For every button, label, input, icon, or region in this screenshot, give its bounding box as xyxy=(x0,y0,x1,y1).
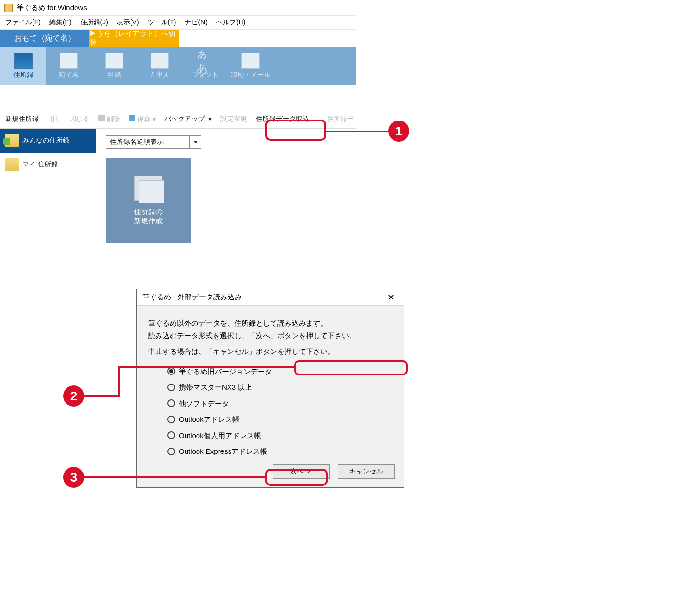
app-title: 筆ぐるめ for Windows xyxy=(17,3,87,12)
floppy-icon xyxy=(129,115,135,121)
paper-icon xyxy=(105,53,123,69)
dialog-text: 中止する場合は、「キャンセル」ボタンを押して下さい。 xyxy=(148,345,392,358)
spacer xyxy=(0,85,356,110)
radio-label: Outlook個人用アドレス帳 xyxy=(179,429,261,442)
dialog-text: 読み込むデータ形式を選択し、「次へ」ボタンを押して下さい。 xyxy=(148,330,392,342)
marker-2: 2 xyxy=(63,385,84,407)
ribbon-label: 宛て名 xyxy=(59,71,79,79)
new-addressbook-button[interactable]: 新規住所録 xyxy=(5,115,39,123)
ribbon-label: 住所録 xyxy=(13,71,33,79)
app-window: 筆ぐるめ for Windows ファイル(F) 編集(E) 住所録(J) 表示… xyxy=(0,0,356,269)
radio-other-software[interactable]: 他ソフトデータ xyxy=(167,397,392,410)
ribbon-label: 用 紙 xyxy=(107,71,122,79)
secondary-toolbar: 新規住所録 開く 閉じる 削除 保存 ▾ バックアップ ▾ 設定変更 住所録デー… xyxy=(0,110,356,129)
ribbon-paper[interactable]: 用 紙 xyxy=(91,47,137,85)
document-stack-icon xyxy=(134,176,162,201)
callout-2-line-v xyxy=(118,366,120,395)
import-button[interactable]: 住所録データ取込 xyxy=(256,115,309,123)
next-button[interactable]: 次へ ＞ xyxy=(273,464,330,479)
save-button[interactable]: 保存 ▾ xyxy=(129,115,156,124)
card-label-line: 新規作成 xyxy=(134,217,163,226)
dialog-titlebar: 筆ぐるめ - 外部データ読み込み ✕ xyxy=(137,289,404,306)
folder-people-icon xyxy=(5,134,19,147)
radio-outlook[interactable]: Outlookアドレス帳 xyxy=(167,413,392,426)
radio-label: Outlook Expressアドレス帳 xyxy=(179,445,267,458)
menu-navi[interactable]: ナビ(N) xyxy=(185,18,207,27)
callout-2-line-h2 xyxy=(84,395,120,397)
cancel-button[interactable]: キャンセル xyxy=(338,464,395,479)
sidebar-item-label: みんなの住所録 xyxy=(22,136,69,145)
chevron-down-icon[interactable] xyxy=(189,136,201,148)
open-button[interactable]: 開く xyxy=(47,115,61,123)
radio-label: 携帯マスターNX3 以上 xyxy=(179,381,252,394)
ribbon-addressbook[interactable]: 住所録 xyxy=(0,47,46,85)
sidebar-item-everyone[interactable]: みんなの住所録 xyxy=(0,129,96,153)
callout-2-line-h xyxy=(118,366,294,368)
main-pane: 住所録名逆順表示 住所録の 新規作成 xyxy=(96,129,356,269)
import-dialog: 筆ぐるめ - 外部データ読み込み ✕ 筆ぐるめ以外のデータを、住所録として読み込… xyxy=(136,289,404,488)
menu-address[interactable]: 住所録(J) xyxy=(80,18,108,27)
close-icon[interactable]: ✕ xyxy=(383,291,398,304)
ribbon-atena[interactable]: 宛て名 xyxy=(46,47,91,85)
radio-keitai-master[interactable]: 携帯マスターNX3 以上 xyxy=(167,381,392,394)
dialog-body: 筆ぐるめ以外のデータを、住所録として読み込みます。 読み込むデータ形式を選択し、… xyxy=(137,306,404,458)
radio-icon xyxy=(167,416,175,423)
app-icon xyxy=(4,4,13,12)
dialog-text: 筆ぐるめ以外のデータを、住所録として読み込みます。 xyxy=(148,317,392,330)
menu-file[interactable]: ファイル(F) xyxy=(5,18,41,27)
radio-icon xyxy=(167,399,175,407)
tabbar: おもて（宛て名） ▶うら（レイアウト）へ切替 xyxy=(0,29,356,47)
tab-ura[interactable]: ▶うら（レイアウト）へ切替 xyxy=(89,30,179,47)
radio-group: 筆ぐるめ旧バージョンデータ 携帯マスターNX3 以上 他ソフトデータ Outlo… xyxy=(167,365,392,458)
ribbon-print[interactable]: 印刷・メール xyxy=(228,47,273,85)
ribbon-label: フォント xyxy=(192,71,219,79)
titlebar: 筆ぐるめ for Windows xyxy=(0,0,356,16)
folder-icon xyxy=(5,158,19,171)
cards-icon xyxy=(60,53,78,69)
truncated-item: 住所録デ xyxy=(327,115,354,123)
radio-icon xyxy=(167,448,175,455)
sidebar: みんなの住所録 マイ 住所録 xyxy=(0,129,96,269)
card-label-line: 住所録の xyxy=(134,208,163,217)
radio-icon xyxy=(167,384,175,391)
menu-edit[interactable]: 編集(E) xyxy=(49,18,72,27)
content-row: みんなの住所録 マイ 住所録 住所録名逆順表示 住所録の 新規作成 xyxy=(0,129,356,269)
sender-icon xyxy=(151,53,169,69)
trash-icon xyxy=(98,115,105,121)
new-addressbook-card[interactable]: 住所録の 新規作成 xyxy=(106,158,191,243)
radio-outlook-express[interactable]: Outlook Expressアドレス帳 xyxy=(167,445,392,458)
sort-dropdown[interactable]: 住所録名逆順表示 xyxy=(106,135,201,149)
menu-view[interactable]: 表示(V) xyxy=(117,18,139,27)
ribbon-label: 印刷・メール xyxy=(230,71,271,79)
font-icon: ぁあ xyxy=(196,53,214,69)
menu-help[interactable]: ヘルプ(H) xyxy=(216,18,245,27)
menu-tool[interactable]: ツール(T) xyxy=(148,18,176,27)
ribbon-sender[interactable]: 差出人 xyxy=(137,47,182,85)
dialog-title: 筆ぐるめ - 外部データ読み込み xyxy=(142,293,242,302)
menubar: ファイル(F) 編集(E) 住所録(J) 表示(V) ツール(T) ナビ(N) … xyxy=(0,16,356,29)
ribbon: 住所録 宛て名 用 紙 差出人 ぁあ フォント 印刷・メール xyxy=(0,47,356,85)
radio-label: 他ソフトデータ xyxy=(179,397,229,410)
radio-label: Outlookアドレス帳 xyxy=(179,413,240,426)
radio-icon xyxy=(167,431,175,439)
sidebar-item-label: マイ 住所録 xyxy=(22,160,58,169)
radio-outlook-personal[interactable]: Outlook個人用アドレス帳 xyxy=(167,429,392,442)
ribbon-font[interactable]: ぁあ フォント xyxy=(182,47,228,85)
delete-button[interactable]: 削除 xyxy=(98,115,120,124)
backup-button[interactable]: バックアップ ▾ xyxy=(164,115,212,123)
dialog-buttons: 次へ ＞ キャンセル xyxy=(273,464,395,479)
settings-button[interactable]: 設定変更 xyxy=(220,115,247,123)
printer-icon xyxy=(241,53,260,69)
tab-omote[interactable]: おもて（宛て名） xyxy=(0,30,89,47)
radio-icon xyxy=(167,367,175,375)
sort-dropdown-label: 住所録名逆順表示 xyxy=(106,138,189,146)
marker-3: 3 xyxy=(63,467,84,488)
callout-1-line xyxy=(326,131,388,132)
ribbon-label: 差出人 xyxy=(150,71,170,79)
callout-3-line xyxy=(84,476,265,478)
sidebar-item-my[interactable]: マイ 住所録 xyxy=(0,153,96,176)
close-button[interactable]: 閉じる xyxy=(69,115,89,123)
marker-1: 1 xyxy=(388,121,409,142)
book-icon xyxy=(14,53,33,69)
